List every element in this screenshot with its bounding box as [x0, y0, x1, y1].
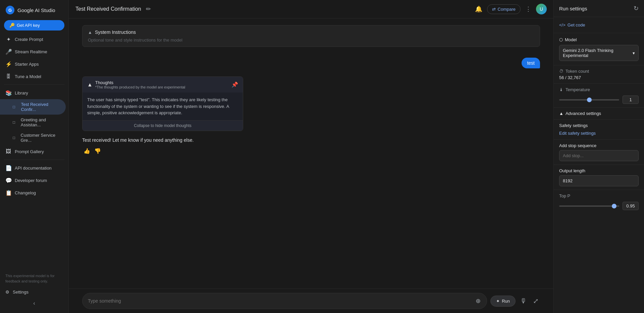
top-p-section: Top P 0.95	[554, 190, 644, 213]
sidebar-item-api-docs[interactable]: 📄 API documentation	[0, 162, 66, 174]
edit-icon: ✏	[146, 6, 151, 12]
sidebar-item-customer-service[interactable]: □ Customer Service Gre...	[0, 130, 66, 145]
pin-icon[interactable]: 📌	[231, 81, 238, 88]
chat-area: ▲ System Instructions Optional tone and …	[69, 18, 553, 289]
temperature-icon: 🌡	[559, 87, 564, 92]
stop-sequence-section: Add stop sequence	[554, 140, 644, 165]
token-count-label: ⏱ Token count	[559, 69, 639, 74]
model-section: ⬡ Model Gemini 2.0 Flash Thinking Experi…	[554, 33, 644, 65]
thumbs-down-icon: 👎	[94, 148, 101, 154]
right-panel: Run settings ↻ </> Get code ⬡ Model Gemi…	[553, 0, 644, 313]
doc-icon-1: □	[13, 105, 17, 109]
model-select[interactable]: Gemini 2.0 Flash Thinking Experimental ▾	[559, 45, 639, 61]
temperature-slider[interactable]	[559, 99, 619, 101]
sidebar-item-stream-realtime[interactable]: 🎤 Stream Realtime	[0, 46, 66, 58]
prompt-title: Test Received Confirmation	[75, 6, 141, 12]
sidebar-footer-text: This experimental model is for feedback …	[0, 271, 68, 287]
prompt-title-group: Test Received Confirmation ✏	[75, 3, 470, 15]
token-count-section: ⏱ Token count 56 / 32,767	[554, 65, 644, 84]
thoughts-panel: ▲ Thoughts *The thoughts produced by the…	[82, 76, 243, 131]
advanced-settings-toggle[interactable]: ▲ Advanced settings	[554, 108, 644, 120]
top-p-slider-container: 0.95	[559, 202, 639, 210]
output-length-input[interactable]	[559, 175, 639, 186]
system-instructions-toggle[interactable]: ▲ System Instructions	[88, 29, 534, 35]
user-avatar[interactable]: U	[536, 4, 547, 14]
thumbs-down-button[interactable]: 👎	[93, 146, 102, 155]
model-label: ⬡ Model	[559, 37, 639, 42]
app-logo: G Google AI Studio	[0, 0, 68, 19]
edit-safety-button[interactable]: Edit safety settings	[559, 131, 596, 136]
get-api-key-button[interactable]: 🔑 Get API key	[4, 20, 64, 30]
tune-model-icon: 🎛	[5, 73, 11, 79]
expand-button[interactable]: 🎙	[519, 296, 528, 306]
notifications-button[interactable]: 🔔	[473, 3, 484, 15]
google-ai-studio-logo-icon: G	[5, 5, 15, 15]
key-icon: 🔑	[9, 23, 15, 28]
user-message: test	[82, 58, 540, 68]
app-title: Google AI Studio	[17, 7, 55, 13]
chevron-up-icon-adv: ▲	[559, 111, 564, 116]
thumbs-up-button[interactable]: 👍	[82, 146, 92, 155]
main-content: Test Received Confirmation ✏ 🔔 ⇄ Compare…	[69, 0, 553, 313]
compare-icon: ⇄	[492, 7, 496, 12]
refresh-icon: ↻	[634, 5, 639, 12]
model-icon: ⬡	[559, 37, 563, 42]
settings-icon: ⚙	[5, 290, 9, 295]
sidebar-item-library[interactable]: 📚 Library	[0, 87, 66, 99]
sparkle-icon: ✦	[496, 299, 500, 304]
stop-sequence-input[interactable]	[559, 150, 639, 161]
plus-circle-icon: ⊕	[476, 298, 481, 304]
code-icon: </>	[559, 22, 566, 27]
sidebar-item-greeting-assistant[interactable]: □ Greeting and Assistan...	[0, 115, 66, 130]
message-actions: 👍 👎	[82, 146, 194, 155]
thoughts-title-group: ▲ Thoughts *The thoughts produced by the…	[87, 80, 185, 89]
create-prompt-icon: ✦	[5, 36, 11, 43]
system-instructions-panel: ▲ System Instructions Optional tone and …	[82, 25, 540, 47]
sidebar-item-prompt-gallery[interactable]: 🖼 Prompt Gallery	[0, 145, 66, 158]
temperature-slider-container: 1	[559, 96, 639, 104]
sidebar-item-test-received[interactable]: □ Test Received Confir...	[0, 99, 66, 115]
input-area: ⊕ ✦ Run 🎙 ⤢	[69, 289, 553, 313]
top-p-value: 0.95	[623, 202, 639, 210]
temperature-value: 1	[623, 96, 639, 104]
fullscreen-button[interactable]: ⤢	[532, 296, 540, 306]
ai-response-text: Test received! Let me know if you need a…	[82, 136, 194, 144]
add-content-button[interactable]: ⊕	[475, 297, 481, 305]
safety-settings-section: Safety settings Edit safety settings	[554, 120, 644, 140]
run-settings-header: Run settings ↻	[554, 0, 644, 17]
more-icon: ⋮	[525, 6, 531, 12]
system-instructions-placeholder[interactable]: Optional tone and style instructions for…	[88, 35, 534, 43]
sidebar-item-create-prompt[interactable]: ✦ Create Prompt	[0, 33, 66, 46]
sidebar-item-changelog[interactable]: 📋 Changelog	[0, 187, 66, 199]
thoughts-content: The user has simply typed "test". This i…	[83, 92, 243, 120]
run-button[interactable]: ✦ Run	[490, 296, 516, 307]
collapse-icon: ‹	[33, 300, 35, 306]
header: Test Received Confirmation ✏ 🔔 ⇄ Compare…	[69, 0, 553, 18]
thoughts-header[interactable]: ▲ Thoughts *The thoughts produced by the…	[83, 77, 243, 92]
chevron-down-icon: ▾	[633, 51, 635, 56]
refresh-settings-button[interactable]: ↻	[634, 5, 639, 12]
edit-title-button[interactable]: ✏	[144, 3, 153, 15]
get-code-button[interactable]: </> Get code	[559, 21, 585, 29]
sidebar-item-starter-apps[interactable]: ⚡ Starter Apps	[0, 58, 66, 70]
sidebar-item-tune-model[interactable]: 🎛 Tune a Model	[0, 70, 66, 82]
more-options-button[interactable]: ⋮	[523, 3, 533, 15]
starter-apps-icon: ⚡	[5, 61, 11, 67]
sidebar-collapse-button[interactable]: ‹	[0, 298, 68, 309]
changelog-icon: 📋	[5, 190, 11, 196]
compare-button[interactable]: ⇄ Compare	[487, 4, 521, 14]
top-p-slider[interactable]	[559, 205, 619, 207]
chevron-up-icon-thoughts: ▲	[87, 82, 93, 88]
doc-icon-3: □	[13, 135, 17, 140]
sidebar-nav: ✦ Create Prompt 🎤 Stream Realtime ⚡ Star…	[0, 33, 68, 271]
collapse-thoughts-button[interactable]: Collapse to hide model thoughts	[83, 120, 243, 131]
temperature-section: 🌡 Temperature 1	[554, 84, 644, 108]
token-count-value: 56 / 32,767	[559, 75, 639, 80]
sidebar-item-dev-forum[interactable]: 💬 Developer forum	[0, 174, 66, 187]
chat-input[interactable]	[88, 298, 472, 304]
expand-icon: ⤢	[533, 297, 539, 305]
user-bubble: test	[522, 58, 540, 68]
sidebar-item-settings[interactable]: ⚙ Settings	[0, 287, 68, 298]
dev-forum-icon: 💬	[5, 177, 11, 184]
api-docs-icon: 📄	[5, 165, 11, 171]
